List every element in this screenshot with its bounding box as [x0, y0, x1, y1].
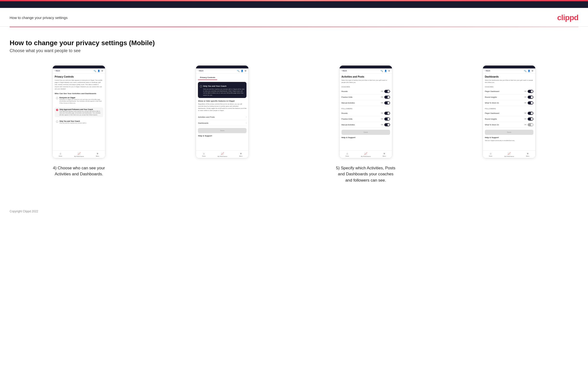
- top-dark-bar: [0, 1, 588, 8]
- profile-icon-1[interactable]: 👤: [97, 70, 100, 72]
- menu-dashboards[interactable]: Dashboards ›: [198, 120, 247, 126]
- mockup-group-4: ‹ Back 🔍 👤 ⚙ Dashboards Select the dashb…: [440, 65, 578, 158]
- radio-circle-3: [56, 121, 58, 123]
- toggle-label-followers-player-dash: Player Dashboard: [485, 112, 499, 114]
- popup-box: Only You and Your Coach Only you and the…: [198, 82, 247, 98]
- nav-label-menu-3: Menu: [383, 155, 386, 157]
- save-button-2[interactable]: Save: [198, 128, 247, 133]
- nav-label-perf-3: My Performance: [361, 156, 371, 157]
- popup-radio: Only You and Your Coach Only you and the…: [200, 85, 245, 96]
- menu-dashboards-label: Dashboards: [198, 122, 208, 124]
- toggle-5[interactable]: [384, 117, 390, 121]
- phone-4: ‹ Back 🔍 👤 ⚙ Dashboards Select the dashb…: [483, 65, 536, 158]
- nav-performance-3[interactable]: 📈 My Performance: [361, 152, 371, 157]
- radio-coach-only[interactable]: Only You and Your Coach Only you and the…: [55, 119, 103, 125]
- toggle-followers-round-insights: Round Insights ON: [485, 116, 533, 122]
- nav-performance-4[interactable]: 📈 My Performance: [504, 152, 514, 157]
- toggle-3[interactable]: [384, 101, 390, 104]
- toggle-2[interactable]: [384, 96, 390, 99]
- settings-icon-3[interactable]: ⚙: [388, 70, 390, 72]
- popup-desc: Only you and the coaches you connect wit…: [203, 88, 245, 96]
- nav-menu-1[interactable]: ≡ Menu: [96, 152, 99, 157]
- on-label-8: ON: [524, 96, 527, 98]
- help-label-4: Help & Support: [485, 135, 533, 140]
- nav-home-1[interactable]: ⌂ Home: [59, 152, 62, 157]
- radio-everyone[interactable]: Everyone on Clippd Everyone on Clippd ca…: [55, 96, 103, 105]
- on-label-4: ON: [381, 112, 383, 114]
- back-button-1[interactable]: ‹ Back: [55, 70, 60, 72]
- toggle-right-7: ON: [524, 90, 533, 93]
- nav-performance-2[interactable]: 📈 My Performance: [218, 152, 227, 157]
- toggle-9[interactable]: [528, 101, 533, 104]
- toggle-12[interactable]: [528, 123, 533, 126]
- toggle-7[interactable]: [528, 90, 533, 93]
- nav-menu-3[interactable]: ≡ Menu: [383, 152, 386, 157]
- followers-label-3: FOLLOWERS: [341, 108, 390, 109]
- toggle-10[interactable]: [528, 112, 533, 115]
- toggle-1[interactable]: [384, 90, 390, 93]
- sub-title-1: Who Can See Your Activities and Dashboar…: [55, 92, 103, 95]
- profile-icon-2[interactable]: 👤: [241, 70, 243, 72]
- privacy-tab[interactable]: Privacy Controls: [198, 75, 217, 80]
- toggle-right-12: ON: [524, 123, 533, 126]
- toggle-label-followers-what-to-work: What To Work On: [485, 124, 499, 126]
- menu-activities[interactable]: Activities and Posts ›: [198, 114, 247, 120]
- toggle-6[interactable]: [384, 123, 390, 126]
- nav-menu-2[interactable]: ≡ Menu: [239, 152, 243, 157]
- nav-home-2[interactable]: ⌂ Home: [202, 152, 206, 157]
- phone-3: ‹ Back 🔍 👤 ⚙ Activities and Posts Select…: [339, 65, 392, 158]
- nav-home-4[interactable]: ⌂ Home: [489, 152, 493, 157]
- toggle-11[interactable]: [528, 117, 533, 121]
- radio-desc-2: Only approved followers and coaches you …: [59, 110, 102, 116]
- settings-icon-4[interactable]: ⚙: [531, 70, 533, 72]
- nav-icons-3: 🔍 👤 ⚙: [380, 70, 390, 72]
- nav-menu-4[interactable]: ≡ Menu: [526, 152, 529, 157]
- on-label-12: ON: [524, 124, 527, 125]
- settings-icon-1[interactable]: ⚙: [101, 70, 103, 72]
- profile-icon-3[interactable]: 👤: [384, 70, 387, 72]
- coaches-label-3: COACHES: [341, 86, 390, 88]
- toggle-label-followers-drills: Practice Drills: [341, 118, 353, 120]
- nav-home-3[interactable]: ⌂ Home: [345, 152, 349, 157]
- back-button-2[interactable]: ‹ Back: [198, 70, 203, 72]
- phone-1: ‹ Back 🔍 👤 ⚙ Privacy Controls Control ho…: [52, 65, 105, 158]
- performance-icon-2: 📈: [221, 152, 224, 155]
- radio-label-2: Only Approved Followers and Your Coach: [59, 108, 102, 110]
- nav-label-perf-1: My Performance: [74, 156, 84, 157]
- on-label-9: ON: [524, 102, 527, 103]
- toggle-followers-drills: Practice Drills ON: [341, 116, 390, 122]
- radio-followers[interactable]: Only Approved Followers and Your Coach O…: [55, 107, 103, 117]
- search-icon-4[interactable]: 🔍: [524, 70, 527, 72]
- phone-body-1: Privacy Controls Control how you and you…: [53, 74, 105, 150]
- radio-label-1: Everyone on Clippd: [59, 97, 102, 99]
- phone-body-3: Activities and Posts Select the types of…: [340, 74, 392, 150]
- radio-label-3: Only You and Your Coach: [59, 120, 86, 122]
- phone-nav-2: ‹ Back 🔍 👤 ⚙: [196, 68, 248, 74]
- phone-body-2: Privacy Controls Only You and Your Coach…: [196, 74, 248, 150]
- mockup-group-2: ‹ Back 🔍 👤 ⚙ Privacy Controls Only You a…: [153, 65, 292, 158]
- breadcrumb: How to change your privacy settings: [10, 16, 68, 20]
- search-icon-2[interactable]: 🔍: [237, 70, 240, 72]
- search-icon-3[interactable]: 🔍: [380, 70, 383, 72]
- phone-nav-3: ‹ Back 🔍 👤 ⚙: [340, 68, 392, 74]
- section-title-4: Dashboards: [485, 75, 533, 78]
- search-icon-1[interactable]: 🔍: [94, 70, 96, 72]
- toggle-label-coaches-what-to-work: What To Work On: [485, 102, 499, 104]
- phone-bottom-nav-3: ⌂ Home 📈 My Performance ≡ Menu: [340, 150, 392, 158]
- save-button-4[interactable]: Save: [485, 130, 533, 135]
- toggle-followers-what-to-work: What To Work On ON: [485, 122, 533, 128]
- toggle-4[interactable]: [384, 112, 390, 115]
- phone-bottom-nav-4: ⌂ Home 📈 My Performance ≡ Menu: [483, 150, 535, 158]
- phone-top-bar-1: [53, 66, 105, 68]
- on-label-7: ON: [524, 91, 527, 92]
- save-button-3[interactable]: Save: [341, 130, 390, 135]
- menu-icon-3: ≡: [384, 152, 385, 155]
- settings-icon-2[interactable]: ⚙: [245, 70, 247, 72]
- nav-label-menu-2: Menu: [239, 155, 243, 157]
- toggle-8[interactable]: [528, 96, 533, 99]
- profile-icon-4[interactable]: 👤: [528, 70, 530, 72]
- back-button-3[interactable]: ‹ Back: [341, 70, 347, 72]
- nav-performance-1[interactable]: 📈 My Performance: [74, 152, 84, 157]
- back-button-4[interactable]: ‹ Back: [485, 70, 490, 72]
- chevron-activities: ›: [246, 116, 247, 118]
